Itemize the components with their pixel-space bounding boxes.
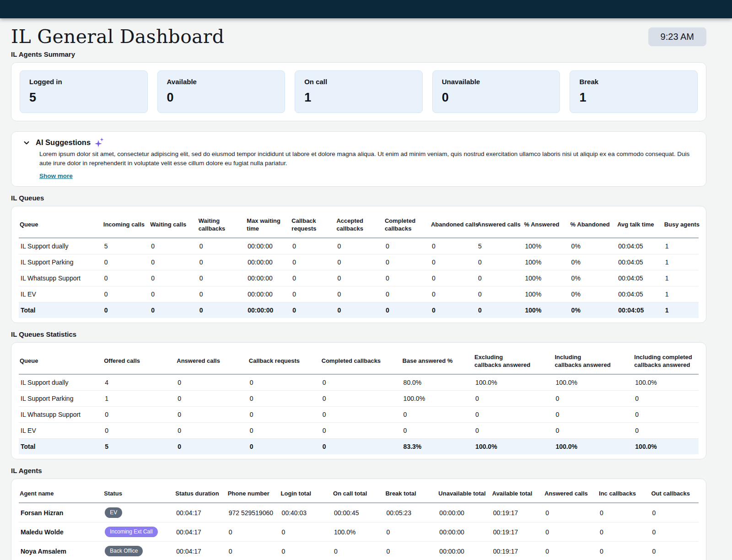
header-row: QueueOffered callsAnswered callsCallback… <box>19 346 699 374</box>
cell: IL Support Parking <box>19 391 103 407</box>
cell: 100.0% <box>633 439 699 455</box>
table-row: IL EV00000:00:0000000100%0%00:04:051 <box>19 286 699 302</box>
cell: 00:04:05 <box>616 270 663 286</box>
status-badge: Incoming Ext Call <box>105 527 157 537</box>
cell: 1 <box>663 270 699 286</box>
section-title-il-agents: IL Agents <box>11 467 706 474</box>
cell: 0 <box>598 522 650 542</box>
summary-card: Unavailable0 <box>432 70 560 113</box>
sparkle-icon <box>94 138 104 147</box>
cell: 0 <box>384 522 437 542</box>
cell: 100.0% <box>633 374 699 391</box>
clock-badge: 9:23 AM <box>648 27 706 46</box>
cell: 972 529519060 <box>227 503 280 522</box>
cell: 1 <box>663 286 699 302</box>
cell: 0 <box>554 423 633 439</box>
cell: 00:00:00 <box>437 542 491 560</box>
cell: 0 <box>291 270 335 286</box>
cell: IL Support Parking <box>19 254 102 270</box>
cell: 100.0% <box>332 522 384 542</box>
cell: 0 <box>102 254 150 270</box>
summary-card-label: On call <box>304 78 413 86</box>
agents-summary-panel: Logged in5Available0On call1Unavailable0… <box>11 62 706 121</box>
column-header: Answered calls <box>176 346 248 374</box>
column-header: Login total <box>280 483 332 503</box>
cell: 0 <box>650 542 699 560</box>
column-header: Offered calls <box>103 346 176 374</box>
cell: 0% <box>570 270 617 286</box>
cell: 00:00:00 <box>437 503 491 522</box>
column-header: Completed callbacks <box>321 346 402 374</box>
cell: 0 <box>291 254 335 270</box>
cell: 0 <box>176 407 248 423</box>
column-header: % Abandoned <box>570 210 617 238</box>
cell: 0 <box>149 270 198 286</box>
cell: 00:04:17 <box>174 503 226 522</box>
column-header: Phone number <box>227 483 280 503</box>
summary-card-label: Available <box>167 78 276 86</box>
cell: 0 <box>544 522 598 542</box>
cell: 0 <box>332 542 384 560</box>
cell: 5 <box>476 238 523 254</box>
cell: 0 <box>280 542 332 560</box>
cell: 0 <box>103 423 176 439</box>
cell: 0 <box>102 302 150 318</box>
cell: 100% <box>523 302 570 318</box>
column-header: Excluding callbacks answered <box>474 346 554 374</box>
cell: 00:00:00 <box>437 522 491 542</box>
column-header: Callback requests <box>291 210 335 238</box>
chevron-down-icon[interactable] <box>23 139 30 146</box>
cell: 0 <box>476 254 523 270</box>
cell: 00:04:05 <box>616 238 663 254</box>
cell: 0% <box>570 302 617 318</box>
ai-suggestions-text: Lorem ipsum dolor sit amet, consectetur … <box>39 150 698 168</box>
page-title: IL General Dashboard <box>11 26 224 48</box>
cell: Back Office <box>103 542 174 560</box>
cell: 0 <box>633 407 699 423</box>
status-badge: Back Office <box>105 546 143 556</box>
cell: 0 <box>384 254 430 270</box>
header-row: QueueIncoming callsWaiting callsWaiting … <box>19 210 699 238</box>
cell: 0 <box>335 286 384 302</box>
table-row: IL Support Parking00000:00:0000000100%0%… <box>19 254 699 270</box>
cell: Incoming Ext Call <box>103 522 174 542</box>
cell: 0 <box>476 302 523 318</box>
column-header: Completed callbacks <box>384 210 430 238</box>
show-more-link[interactable]: Show more <box>39 172 73 179</box>
cell: 0 <box>544 542 598 560</box>
column-header: Accepted callbacks <box>335 210 384 238</box>
cell: 100% <box>523 238 570 254</box>
cell: 0 <box>149 286 198 302</box>
cell: 0 <box>321 374 402 391</box>
column-header: Queue <box>19 346 103 374</box>
column-header: Status duration <box>174 483 226 503</box>
cell: 100.0% <box>554 374 633 391</box>
cell: IL EV <box>19 286 102 302</box>
cell: 00:04:17 <box>174 542 226 560</box>
summary-card: Available0 <box>157 70 285 113</box>
summary-card-value: 0 <box>442 91 551 105</box>
cell: 0 <box>430 254 476 270</box>
summary-card-label: Logged in <box>29 78 138 86</box>
column-header: Abandoned calls <box>430 210 476 238</box>
cell: 0 <box>103 407 176 423</box>
cell: 5 <box>102 238 150 254</box>
cell: 0 <box>384 302 430 318</box>
cell: 0 <box>248 407 321 423</box>
cell: 0 <box>176 423 248 439</box>
cell: 83.3% <box>402 439 474 455</box>
cell: 00:04:17 <box>174 522 226 542</box>
cell: 00:40:03 <box>280 503 332 522</box>
cell: 0 <box>198 286 246 302</box>
cell: 0 <box>198 254 246 270</box>
table-row: IL Support Parking1000100.0%000 <box>19 391 699 407</box>
ai-suggestions-header: AI Suggestions <box>20 138 698 147</box>
column-header: Waiting callbacks <box>198 210 246 238</box>
cell: 0 <box>335 238 384 254</box>
cell: 00:00:00 <box>246 270 291 286</box>
column-header: Out callbacks <box>650 483 699 503</box>
cell: 0 <box>650 522 699 542</box>
total-row: Total00000:00:0000000100%0%00:04:051 <box>19 302 699 318</box>
cell: 0% <box>570 254 617 270</box>
ai-suggestions-panel: AI Suggestions Lorem ipsum dolor sit ame… <box>11 131 706 187</box>
